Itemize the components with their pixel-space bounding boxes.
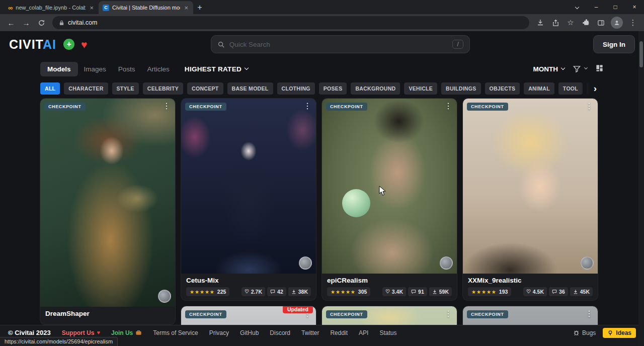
footer-terms-link[interactable]: Terms of Service: [153, 329, 198, 336]
tab-posts[interactable]: Posts: [112, 62, 141, 76]
creator-avatar[interactable]: [440, 256, 453, 270]
heart-icon: ♡: [385, 289, 390, 294]
comments-badge: 91: [408, 287, 427, 296]
search-bar[interactable]: /: [211, 35, 470, 53]
tab-articles[interactable]: Articles: [141, 62, 176, 76]
footer-support-link[interactable]: Support Us♥: [62, 329, 100, 336]
new-tab-button[interactable]: +: [193, 1, 206, 14]
card-menu-icon[interactable]: ⋮: [585, 101, 593, 111]
bubble-gum-shape: [342, 189, 370, 217]
star-rating-icon: ★★★★★: [331, 289, 356, 295]
colab-icon: ∞: [8, 4, 13, 12]
model-image: CHECKPOINT ⋮: [322, 99, 457, 274]
filter-funnel-icon[interactable]: [573, 65, 587, 73]
period-dropdown[interactable]: MONTH: [533, 65, 565, 73]
card-menu-icon[interactable]: ⋮: [303, 101, 311, 111]
category-vehicle[interactable]: VEHICLE: [404, 82, 437, 95]
address-bar[interactable]: civitai.com: [52, 16, 529, 29]
model-card-epicrealism[interactable]: CHECKPOINT ⋮ epiCRealism ★★★★★ 305 ♡3.4K…: [322, 99, 457, 300]
category-clothing[interactable]: CLOTHING: [277, 82, 315, 95]
browser-tab-colab[interactable]: ∞ new_colab_file.ipynb - Colaborat ×: [4, 1, 99, 14]
share-icon[interactable]: [548, 16, 562, 30]
footer-join-link[interactable]: Join Us: [111, 329, 142, 336]
close-button[interactable]: ×: [625, 0, 644, 14]
tab-models[interactable]: Models: [40, 62, 78, 76]
downloads-badge: 38K: [288, 287, 311, 296]
category-objects[interactable]: OBJECTS: [485, 82, 520, 95]
scroll-right-chevron[interactable]: ›: [581, 82, 598, 95]
category-base-model[interactable]: BASE MODEL: [227, 82, 273, 95]
footer-api-link[interactable]: API: [359, 329, 368, 336]
create-button[interactable]: +: [63, 39, 74, 50]
install-app-icon[interactable]: [533, 16, 547, 30]
download-icon: [432, 289, 437, 294]
tab-close-icon[interactable]: ×: [89, 4, 95, 12]
tab-images[interactable]: Images: [78, 62, 112, 76]
category-style[interactable]: STYLE: [112, 82, 139, 95]
footer-bugs-button[interactable]: Bugs: [573, 329, 596, 336]
reload-button[interactable]: [34, 16, 48, 30]
comments-count: 91: [418, 289, 424, 295]
category-buildings[interactable]: BUILDINGS: [441, 82, 480, 95]
creator-avatar[interactable]: [581, 256, 594, 270]
footer-twitter-link[interactable]: Twitter: [301, 329, 319, 336]
chevron-down-icon: [245, 65, 249, 69]
maximize-button[interactable]: □: [606, 0, 625, 14]
model-card-cetus-mix[interactable]: CHECKPOINT ⋮ Cetus-Mix ★★★★★ 225 ♡2.7K 4…: [181, 99, 316, 300]
card-menu-icon[interactable]: ⋮: [163, 101, 171, 111]
card-menu-icon[interactable]: ⋮: [444, 309, 452, 318]
footer-privacy-link[interactable]: Privacy: [209, 329, 229, 336]
extensions-icon[interactable]: [579, 16, 593, 30]
civitai-logo[interactable]: CIVITAI: [9, 37, 56, 52]
filter-row: Models Images Posts Articles HIGHEST RAT…: [40, 60, 604, 77]
heart-icon: ♡: [526, 289, 531, 294]
category-chips: ALL CHARACTER STYLE CELEBRITY CONCEPT BA…: [40, 82, 598, 95]
bookmark-star-icon[interactable]: ☆: [564, 16, 578, 30]
footer-discord-link[interactable]: Discord: [270, 329, 290, 336]
category-tool[interactable]: TOOL: [558, 82, 583, 95]
footer-status-link[interactable]: Status: [379, 329, 396, 336]
model-card-xxmix[interactable]: CHECKPOINT ⋮ XXMix_9realistic ★★★★★ 193 …: [463, 99, 598, 300]
footer-github-link[interactable]: GitHub: [240, 329, 259, 336]
browser-tab-civitai[interactable]: C Civitai | Stable Diffusion models, ×: [99, 1, 193, 14]
downloads-count: 38K: [298, 289, 308, 295]
comments-count: 42: [277, 289, 283, 295]
model-title: DreamShaper: [45, 310, 170, 317]
browser-menu-icon[interactable]: ⋮: [626, 16, 640, 30]
likes-badge: ♡2.7K: [242, 287, 265, 296]
category-background[interactable]: BACKGROUND: [351, 82, 400, 95]
civitai-favicon: C: [103, 5, 109, 11]
tab-search-icon[interactable]: [568, 0, 587, 14]
category-concept[interactable]: CONCEPT: [187, 82, 223, 95]
side-panel-icon[interactable]: [594, 16, 608, 30]
search-input[interactable]: [229, 41, 448, 48]
model-title: epiCRealism: [327, 277, 452, 284]
comments-badge: 36: [549, 287, 568, 296]
tab-close-icon[interactable]: ×: [183, 4, 189, 12]
footer-ideas-button[interactable]: Ideas: [603, 328, 636, 338]
category-all[interactable]: ALL: [40, 82, 60, 95]
category-poses[interactable]: POSES: [319, 82, 347, 95]
rating-count: 193: [499, 289, 508, 295]
back-button[interactable]: ←: [4, 16, 18, 30]
heart-icon: ♥: [97, 330, 100, 335]
scrollbar-thumb[interactable]: [639, 41, 643, 67]
page-scrollbar[interactable]: [638, 31, 644, 346]
profile-avatar[interactable]: [611, 17, 623, 29]
civitai-page: CIVITAI + ♥ / Sign In Models Images Post…: [0, 31, 644, 346]
category-animal[interactable]: ANIMAL: [524, 82, 554, 95]
sort-dropdown[interactable]: HIGHEST RATED: [185, 65, 248, 73]
model-card-dreamshaper[interactable]: CHECKPOINT ⋮ DreamShaper: [40, 99, 175, 324]
support-heart-icon[interactable]: ♥: [81, 39, 87, 50]
footer-reddit-link[interactable]: Reddit: [330, 329, 348, 336]
category-character[interactable]: CHARACTER: [64, 82, 108, 95]
forward-button[interactable]: →: [19, 16, 33, 30]
sign-in-button[interactable]: Sign In: [593, 35, 635, 53]
creator-avatar[interactable]: [158, 290, 171, 303]
card-menu-icon[interactable]: ⋮: [444, 101, 452, 111]
category-celebrity[interactable]: CELEBRITY: [143, 82, 183, 95]
layout-toggle-icon[interactable]: [595, 64, 604, 74]
minimize-button[interactable]: –: [587, 0, 606, 14]
creator-avatar[interactable]: [299, 256, 312, 270]
card-menu-icon[interactable]: ⋮: [585, 309, 593, 318]
